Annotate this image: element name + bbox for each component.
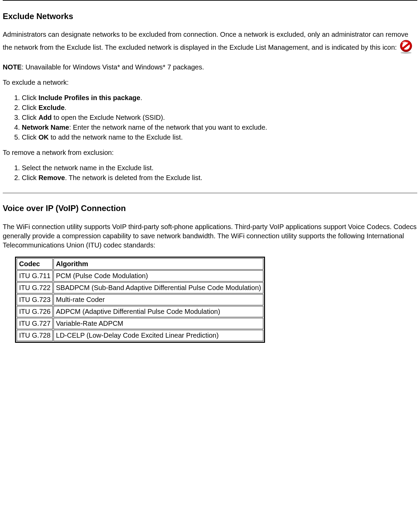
step-bold: Remove xyxy=(38,174,65,181)
table-cell: SBADPCM (Sub-Band Adaptive Differential … xyxy=(53,282,263,293)
exclude-intro: To exclude a network: xyxy=(3,78,417,87)
prohibited-icon xyxy=(399,39,414,57)
list-item: Click Add to open the Exclude Network (S… xyxy=(22,113,417,122)
table-row: ITU G.722 SBADPCM (Sub-Band Adaptive Dif… xyxy=(17,282,263,293)
svg-point-0 xyxy=(401,52,411,54)
step-suffix: to add the network name to the Exclude l… xyxy=(49,133,183,141)
list-item: Click OK to add the network name to the … xyxy=(22,133,417,142)
step-bold: Include Profiles in this package xyxy=(38,94,140,101)
remove-steps-list: Select the network name in the Exclude l… xyxy=(3,163,417,182)
table-row: ITU G.723 Multi-rate Coder xyxy=(17,294,263,305)
voip-intro: The WiFi connection utility supports VoI… xyxy=(3,222,417,250)
list-item: Click Remove. The network is deleted fro… xyxy=(22,173,417,182)
table-header-algorithm: Algorithm xyxy=(53,258,263,270)
table-cell: LD-CELP (Low-Delay Code Excited Linear P… xyxy=(53,330,263,341)
list-item: Click Exclude. xyxy=(22,103,417,112)
remove-intro: To remove a network from exclusion: xyxy=(3,148,417,157)
list-item: Click Include Profiles in this package. xyxy=(22,93,417,102)
step-suffix: . xyxy=(140,94,142,101)
table-row: ITU G.711 PCM (Pulse Code Modulation) xyxy=(17,270,263,282)
heading-exclude-networks: Exclude Networks xyxy=(3,11,417,22)
step-bold: Add xyxy=(38,114,52,121)
step-prefix: Click xyxy=(22,114,38,121)
table-cell: PCM (Pulse Code Modulation) xyxy=(53,270,263,282)
step-suffix: : Enter the network name of the network … xyxy=(69,124,267,131)
table-row: ITU G.728 LD-CELP (Low-Delay Code Excite… xyxy=(17,330,263,341)
step-prefix: Click xyxy=(22,104,38,111)
step-suffix: to open the Exclude Network (SSID). xyxy=(52,114,165,121)
note-paragraph: NOTE: Unavailable for Windows Vista* and… xyxy=(3,63,417,72)
note-label: NOTE xyxy=(3,63,22,71)
table-header-codec: Codec xyxy=(17,258,53,270)
intro-text: Administrators can designate networks to… xyxy=(3,31,408,51)
step-prefix: Click xyxy=(22,133,38,141)
step-suffix: . xyxy=(65,104,67,111)
table-cell: Multi-rate Coder xyxy=(53,294,263,305)
table-row: ITU G.727 Variable-Rate ADPCM xyxy=(17,318,263,329)
table-cell: ITU G.722 xyxy=(17,282,53,293)
step-prefix: Click xyxy=(22,94,38,101)
table-cell: ADPCM (Adaptive Differential Pulse Code … xyxy=(53,306,263,317)
exclude-steps-list: Click Include Profiles in this package. … xyxy=(3,93,417,142)
note-text: : Unavailable for Windows Vista* and Win… xyxy=(22,63,204,71)
step-suffix: . The network is deleted from the Exclud… xyxy=(65,174,202,181)
list-item: Select the network name in the Exclude l… xyxy=(22,163,417,173)
step-bold: Exclude xyxy=(38,104,65,111)
table-cell: ITU G.726 xyxy=(17,306,53,317)
step-bold: OK xyxy=(38,133,49,141)
table-cell: ITU G.728 xyxy=(17,330,53,341)
list-item: Network Name: Enter the network name of … xyxy=(22,123,417,132)
step-prefix: Click xyxy=(22,174,38,181)
svg-point-4 xyxy=(402,42,406,44)
table-cell: Variable-Rate ADPCM xyxy=(53,318,263,329)
codec-table: Codec Algorithm ITU G.711 PCM (Pulse Cod… xyxy=(15,257,265,343)
intro-paragraph: Administrators can designate networks to… xyxy=(3,30,417,57)
table-cell: ITU G.711 xyxy=(17,270,53,282)
table-cell: ITU G.727 xyxy=(17,318,53,329)
table-row: ITU G.726 ADPCM (Adaptive Differential P… xyxy=(17,306,263,317)
table-header-row: Codec Algorithm xyxy=(17,258,263,270)
step-prefix: Select the network name in the Exclude l… xyxy=(22,164,154,172)
heading-voip: Voice over IP (VoIP) Connection xyxy=(3,203,417,214)
table-cell: ITU G.723 xyxy=(17,294,53,305)
step-bold: Network Name xyxy=(22,124,69,131)
top-rule xyxy=(3,0,417,1)
section-divider xyxy=(3,193,417,193)
